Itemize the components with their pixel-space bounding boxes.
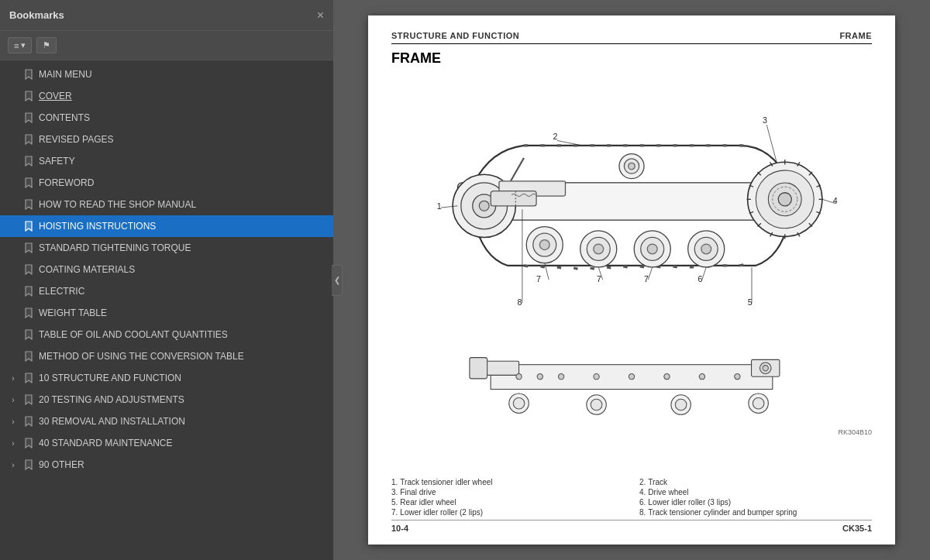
bookmark-item-coating[interactable]: COATING MATERIALS — [0, 259, 333, 280]
bookmark-label: METHOD OF USING THE CONVERSION TABLE — [39, 351, 244, 362]
bookmark-item-revised-pages[interactable]: REVISED PAGES — [0, 129, 333, 150]
expand-arrow-icon: › — [8, 417, 19, 426]
bookmark-label: COATING MATERIALS — [39, 264, 135, 275]
part-number: 2. — [639, 478, 646, 486]
bookmark-item-std-tightening[interactable]: STANDARD TIGHTENING TORQUE — [0, 237, 333, 259]
bookmarks-title: Bookmarks — [9, 9, 64, 21]
dropdown-arrow-icon: ▾ — [21, 40, 26, 50]
bookmark-item-safety[interactable]: SAFETY — [0, 150, 333, 172]
bookmark-item-hoisting[interactable]: HOISTING INSTRUCTIONS — [0, 215, 333, 237]
document-footer: 10-4 CK35-1 — [391, 520, 872, 533]
bookmark-label: HOISTING INSTRUCTIONS — [39, 221, 156, 232]
svg-rect-67 — [470, 358, 487, 379]
bookmark-label: REVISED PAGES — [39, 134, 113, 145]
bookmark-ribbon-icon — [23, 112, 34, 123]
bookmark-item-electric[interactable]: ELECTRIC — [0, 280, 333, 302]
bookmark-label: ELECTRIC — [39, 286, 84, 297]
parts-legend-item: 8.Track tensioner cylinder and bumper sp… — [639, 508, 872, 517]
bookmark-label: 10 STRUCTURE AND FUNCTION — [39, 373, 181, 383]
bookmark-label: 30 REMOVAL AND INSTALLATION — [39, 416, 185, 427]
svg-point-70 — [558, 374, 563, 380]
part-number: 6. — [639, 498, 646, 507]
bookmark-label: MAIN MENU — [39, 69, 92, 80]
bookmark-ribbon-icon — [23, 286, 34, 297]
bookmark-ribbon-icon — [23, 373, 34, 383]
bookmark-label: SAFETY — [39, 156, 75, 167]
bookmark-item-90-other[interactable]: › 90 OTHER — [0, 454, 333, 476]
toolbar: ≡ ▾ ⚑ — [0, 31, 333, 60]
svg-point-28 — [539, 240, 549, 250]
parts-legend-item: 6.Lower idler roller (3 lips) — [639, 498, 872, 507]
parts-legend-item: 1.Track tensioner idler wheel — [391, 478, 624, 486]
svg-text:3: 3 — [763, 115, 767, 125]
part-description: Drive wheel — [648, 488, 688, 496]
bookmark-item-how-to-read[interactable]: HOW TO READ THE SHOP MANUAL — [0, 194, 333, 215]
bookmark-item-conversion[interactable]: METHOD OF USING THE CONVERSION TABLE — [0, 345, 333, 367]
bookmark-label: COVER — [39, 91, 72, 101]
svg-point-25 — [479, 201, 489, 211]
svg-text:8: 8 — [517, 297, 522, 307]
parts-legend-item: 3.Final drive — [391, 488, 624, 496]
part-description: Lower idler roller (3 lips) — [648, 498, 731, 507]
parts-legend-item: 5.Rear idler wheel — [391, 498, 624, 507]
svg-rect-43 — [491, 191, 536, 206]
part-number: 7. — [391, 508, 398, 517]
document-title: FRAME — [391, 50, 872, 67]
document-header: STRUCTURE AND FUNCTION FRAME — [391, 31, 872, 44]
part-description: Track — [648, 478, 667, 486]
svg-point-78 — [763, 366, 768, 371]
svg-text:6: 6 — [698, 274, 703, 283]
bookmark-label: TABLE OF OIL AND COOLANT QUANTITIES — [39, 329, 228, 340]
svg-point-72 — [629, 374, 634, 380]
svg-point-80 — [513, 397, 525, 409]
diagram-code: RK304B10 — [838, 428, 872, 436]
bookmark-label: 40 STANDARD MAINTENANCE — [39, 438, 172, 448]
bookmark-label: WEIGHT TABLE — [39, 307, 107, 318]
bookmarks-list: MAIN MENU COVER CONTENTS REVISED PAGES S… — [0, 60, 333, 560]
svg-point-82 — [591, 399, 602, 411]
close-button[interactable]: × — [317, 9, 324, 22]
bookmark-ribbon-icon — [23, 242, 34, 253]
svg-point-86 — [753, 397, 764, 409]
bookmark-ribbon-icon — [23, 351, 34, 362]
bookmark-ribbon-icon — [23, 438, 34, 448]
svg-point-40 — [629, 163, 636, 170]
bookmark-label: CONTENTS — [39, 112, 90, 123]
document-panel: STRUCTURE AND FUNCTION FRAME FRAME — [333, 0, 930, 560]
bookmark-view-button[interactable]: ⚑ — [36, 37, 57, 53]
svg-point-31 — [594, 244, 604, 254]
bookmarks-header: Bookmarks × — [0, 0, 333, 31]
part-description: Track tensioner idler wheel — [400, 478, 492, 486]
svg-text:7: 7 — [644, 274, 649, 283]
bookmark-item-main-menu[interactable]: MAIN MENU — [0, 64, 333, 85]
bookmark-ribbon-icon — [23, 221, 34, 232]
section-label: STRUCTURE AND FUNCTION — [391, 31, 519, 40]
bookmark-item-oil-coolant[interactable]: TABLE OF OIL AND COOLANT QUANTITIES — [0, 324, 333, 345]
document-model: CK35-1 — [842, 524, 872, 533]
bookmark-ribbon-icon — [23, 69, 34, 80]
bookmark-item-cover[interactable]: COVER — [0, 85, 333, 107]
bookmark-item-30-removal[interactable]: › 30 REMOVAL AND INSTALLATION — [0, 411, 333, 432]
bookmarks-panel: Bookmarks × ≡ ▾ ⚑ MAIN MENU COVER CONTEN… — [0, 0, 333, 560]
bookmark-item-foreword[interactable]: FOREWORD — [0, 172, 333, 194]
part-description: Track tensioner cylinder and bumper spri… — [648, 508, 797, 517]
expand-list-icon: ≡ — [14, 41, 19, 50]
bookmark-ribbon-icon — [23, 307, 34, 318]
part-description: Final drive — [400, 488, 436, 496]
collapse-panel-handle[interactable]: ❮ — [332, 265, 343, 296]
svg-point-68 — [516, 374, 522, 380]
expand-arrow-icon: › — [8, 374, 19, 383]
svg-text:1: 1 — [437, 201, 442, 211]
svg-text:2: 2 — [553, 132, 557, 141]
svg-line-60 — [702, 267, 706, 280]
bookmark-label: 20 TESTING AND ADJUSTMENTS — [39, 394, 184, 405]
bookmark-item-20-testing[interactable]: › 20 TESTING AND ADJUSTMENTS — [0, 389, 333, 411]
bookmark-item-10-structure[interactable]: › 10 STRUCTURE AND FUNCTION — [0, 367, 333, 389]
expand-all-button[interactable]: ≡ ▾ — [8, 37, 32, 53]
bookmark-item-40-standard[interactable]: › 40 STANDARD MAINTENANCE — [0, 432, 333, 454]
bookmark-item-contents[interactable]: CONTENTS — [0, 107, 333, 129]
bookmark-ribbon-icon — [23, 264, 34, 275]
bookmark-item-weight-table[interactable]: WEIGHT TABLE — [0, 302, 333, 324]
svg-point-73 — [664, 374, 670, 380]
bookmark-ribbon-icon — [23, 459, 34, 470]
